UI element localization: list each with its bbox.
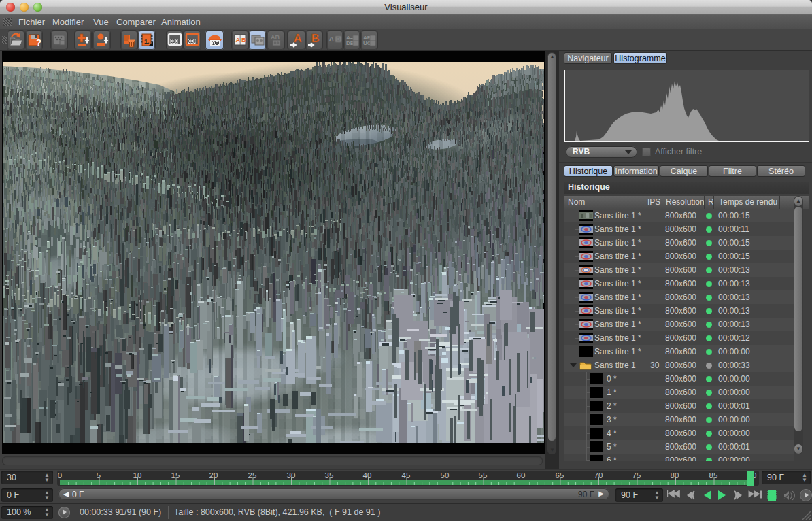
svg-text:1.: 1. — [144, 38, 150, 45]
svg-text:B: B — [336, 36, 340, 42]
svg-text:B: B — [241, 37, 246, 44]
svg-text:?: ? — [36, 37, 41, 48]
svg-text:A: A — [294, 33, 302, 44]
svg-text:A: A — [236, 37, 241, 44]
svg-text:A: A — [329, 35, 334, 42]
svg-text:B: B — [311, 33, 320, 44]
